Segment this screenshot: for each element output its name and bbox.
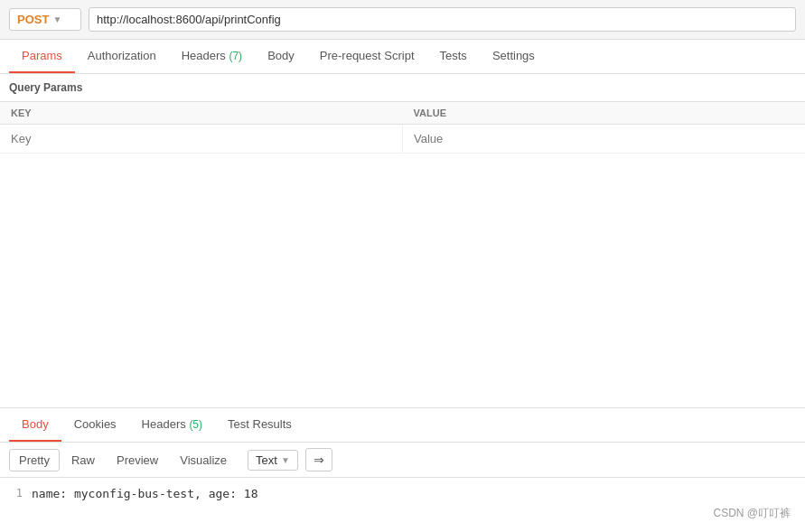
response-tab-body[interactable]: Body — [9, 408, 61, 442]
pretty-button[interactable]: Pretty — [9, 449, 60, 471]
query-params-section: Query Params KEY VALUE — [0, 74, 805, 154]
response-tab-test-results[interactable]: Test Results — [215, 408, 304, 442]
watermark: CSDN @叮叮裤 — [713, 506, 791, 521]
format-label: Text — [256, 453, 277, 467]
line-text: name: myconfig-bus-test, age: 18 — [32, 487, 257, 500]
preview-button[interactable]: Preview — [107, 449, 168, 471]
headers-badge: (7) — [229, 50, 242, 62]
response-tab-headers[interactable]: Headers (5) — [129, 408, 215, 442]
tab-headers[interactable]: Headers (7) — [169, 40, 255, 73]
tab-params[interactable]: Params — [9, 40, 75, 73]
response-line: 1 name: myconfig-bus-test, age: 18 — [0, 485, 805, 502]
value-column-header: VALUE — [403, 102, 806, 125]
key-input[interactable] — [11, 132, 391, 145]
line-number: 1 — [0, 487, 32, 499]
raw-button[interactable]: Raw — [61, 449, 105, 471]
table-row — [0, 125, 805, 154]
params-table: KEY VALUE — [0, 102, 805, 154]
request-tabs-bar: Params Authorization Headers (7) Body Pr… — [0, 40, 805, 74]
method-chevron-icon: ▼ — [52, 14, 61, 24]
format-select[interactable]: Text ▼ — [248, 450, 298, 471]
tab-settings[interactable]: Settings — [480, 40, 548, 73]
value-cell[interactable] — [403, 125, 806, 154]
tab-pre-request[interactable]: Pre-request Script — [307, 40, 427, 73]
format-chevron-icon: ▼ — [281, 455, 290, 465]
key-cell[interactable] — [0, 125, 403, 154]
tab-body[interactable]: Body — [255, 40, 307, 73]
query-params-label: Query Params — [0, 74, 805, 102]
key-column-header: KEY — [0, 102, 403, 125]
tab-tests[interactable]: Tests — [427, 40, 480, 73]
visualize-button[interactable]: Visualize — [170, 449, 237, 471]
method-select[interactable]: POST ▼ — [9, 8, 81, 31]
response-body: 1 name: myconfig-bus-test, age: 18 — [0, 478, 805, 532]
url-bar: POST ▼ — [0, 0, 805, 40]
response-tabs-bar: Body Cookies Headers (5) Test Results — [0, 408, 805, 443]
method-label: POST — [17, 13, 49, 26]
line-content: name: myconfig-bus-test, age: 18 — [32, 487, 805, 500]
response-section: Body Cookies Headers (5) Test Results Pr… — [0, 407, 805, 532]
value-input[interactable] — [414, 132, 794, 145]
response-headers-badge: (5) — [189, 418, 202, 431]
response-tab-cookies[interactable]: Cookies — [61, 408, 129, 442]
url-input[interactable] — [89, 7, 796, 32]
middle-spacer — [0, 154, 805, 407]
tab-authorization[interactable]: Authorization — [75, 40, 169, 73]
wrap-button[interactable]: ⇒ — [305, 448, 332, 471]
response-toolbar: Pretty Raw Preview Visualize Text ▼ ⇒ — [0, 443, 805, 478]
